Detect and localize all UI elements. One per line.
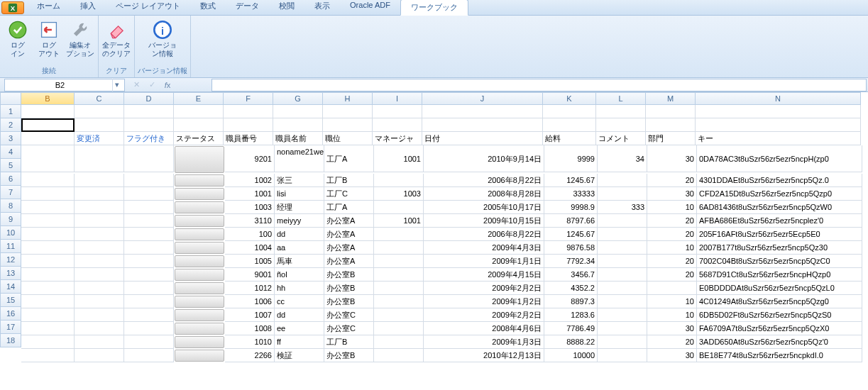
cell[interactable] bbox=[21, 282, 75, 295]
table-header-cell[interactable]: 部門 bbox=[646, 132, 696, 145]
cell[interactable] bbox=[175, 215, 224, 227]
cell[interactable]: 1002 bbox=[225, 174, 275, 187]
cell[interactable]: ff bbox=[275, 335, 324, 349]
cell[interactable] bbox=[696, 105, 861, 118]
enter-formula-icon[interactable]: ✓ bbox=[146, 79, 158, 91]
cell[interactable] bbox=[175, 201, 224, 213]
cell[interactable]: 办公室B bbox=[324, 349, 374, 362]
cell[interactable]: 10000 bbox=[544, 349, 598, 362]
cell[interactable] bbox=[374, 228, 424, 241]
row-header[interactable]: 8 bbox=[0, 199, 21, 213]
cell[interactable]: aa bbox=[275, 241, 324, 255]
cell[interactable]: 30 bbox=[647, 187, 697, 201]
cell[interactable] bbox=[124, 255, 174, 268]
cell[interactable]: 1008 bbox=[225, 322, 275, 335]
login-button[interactable]: ログイン bbox=[3, 17, 33, 65]
cell[interactable]: 1001 bbox=[225, 187, 275, 201]
cell[interactable] bbox=[124, 308, 174, 322]
cell[interactable]: 办公室B bbox=[324, 295, 374, 308]
cell[interactable]: 1001 bbox=[374, 145, 424, 172]
cell[interactable]: ee bbox=[275, 322, 324, 335]
table-header-cell[interactable]: コメント bbox=[596, 132, 646, 145]
cell[interactable] bbox=[21, 105, 75, 118]
cell[interactable]: 1005 bbox=[225, 255, 275, 268]
ribbon-tab-2[interactable]: ページ レイアウト bbox=[106, 0, 190, 15]
cell[interactable]: 20 bbox=[647, 214, 697, 228]
cell[interactable]: dd bbox=[275, 308, 324, 322]
cell[interactable] bbox=[224, 105, 273, 118]
cell[interactable] bbox=[124, 105, 174, 118]
cell[interactable] bbox=[21, 201, 75, 214]
row-header[interactable]: 1 bbox=[0, 105, 21, 118]
cell[interactable] bbox=[21, 174, 75, 187]
cell[interactable]: 7786.49 bbox=[544, 322, 598, 335]
cell[interactable] bbox=[75, 201, 124, 214]
cell[interactable]: 30 bbox=[647, 145, 697, 172]
cell[interactable]: 馬車 bbox=[275, 255, 324, 268]
cell[interactable]: 検証 bbox=[275, 349, 324, 362]
cell[interactable] bbox=[124, 228, 174, 241]
cell[interactable] bbox=[543, 118, 596, 132]
cell[interactable]: 2008年8月28日 bbox=[424, 187, 544, 201]
formula-input[interactable] bbox=[211, 79, 867, 91]
cell[interactable]: hh bbox=[275, 282, 324, 295]
cell[interactable]: 20 bbox=[647, 255, 697, 268]
col-header[interactable]: I bbox=[373, 92, 422, 105]
cell[interactable]: BE18E774t8uSzr56zr5ezr5ncpkdI.0 bbox=[697, 349, 862, 362]
cell[interactable] bbox=[75, 349, 124, 362]
cell[interactable] bbox=[124, 322, 174, 335]
cell[interactable] bbox=[174, 105, 224, 118]
cell[interactable]: 2009年1月2日 bbox=[424, 295, 544, 308]
table-header-cell[interactable] bbox=[21, 132, 75, 145]
cell[interactable] bbox=[323, 105, 373, 118]
row-header[interactable]: 6 bbox=[0, 172, 21, 186]
app-button[interactable]: X bbox=[1, 1, 24, 14]
cell[interactable] bbox=[422, 118, 543, 132]
cell[interactable] bbox=[175, 188, 224, 200]
cell[interactable]: ñol bbox=[275, 268, 324, 282]
cell[interactable] bbox=[75, 174, 124, 187]
fx-icon[interactable]: fx bbox=[162, 79, 173, 91]
table-header-cell[interactable]: 職位 bbox=[323, 132, 373, 145]
cell[interactable]: 1283.6 bbox=[544, 308, 598, 322]
ribbon-tab-5[interactable]: 校閲 bbox=[269, 0, 304, 15]
table-header-cell[interactable]: 日付 bbox=[422, 132, 543, 145]
cell[interactable]: 1001 bbox=[374, 214, 424, 228]
row-header[interactable]: 11 bbox=[0, 240, 21, 253]
ribbon-tab-6[interactable]: 表示 bbox=[304, 0, 340, 15]
table-header-cell[interactable]: 変更済 bbox=[75, 132, 124, 145]
cell[interactable] bbox=[21, 241, 75, 255]
cell[interactable]: 张三 bbox=[275, 174, 324, 187]
cell[interactable] bbox=[75, 214, 124, 228]
spreadsheet-grid[interactable]: 123456789101112131415161718 BCDEFGHIJKLM… bbox=[0, 92, 868, 390]
row-header[interactable]: 13 bbox=[0, 267, 21, 280]
cancel-formula-icon[interactable]: ✕ bbox=[131, 79, 142, 91]
col-header[interactable]: B bbox=[21, 92, 75, 105]
cell[interactable] bbox=[21, 335, 75, 349]
cell[interactable] bbox=[124, 241, 174, 255]
cell[interactable]: dd bbox=[275, 228, 324, 241]
cell[interactable]: 1010 bbox=[225, 335, 275, 349]
cell[interactable] bbox=[75, 308, 124, 322]
cell[interactable]: 2009年4月15日 bbox=[424, 268, 544, 282]
cell[interactable]: 1245.67 bbox=[544, 228, 598, 241]
cell[interactable]: 10 bbox=[647, 201, 697, 214]
cell[interactable] bbox=[175, 350, 224, 362]
cell[interactable]: 2006年8月22日 bbox=[424, 174, 544, 187]
cell[interactable]: 2009年4月3日 bbox=[424, 241, 544, 255]
cell[interactable]: 1006 bbox=[225, 295, 275, 308]
cell[interactable] bbox=[598, 214, 647, 228]
cell[interactable] bbox=[75, 187, 124, 201]
col-header[interactable]: M bbox=[646, 92, 696, 105]
col-header[interactable]: D bbox=[124, 92, 174, 105]
cell[interactable] bbox=[21, 228, 75, 241]
cell[interactable] bbox=[124, 118, 174, 132]
cell[interactable]: 2266 bbox=[225, 349, 275, 362]
cell[interactable] bbox=[598, 174, 647, 187]
cell[interactable]: 1245.67 bbox=[544, 174, 598, 187]
cell[interactable]: noname21werqqq bbox=[275, 145, 324, 172]
cell[interactable] bbox=[175, 336, 224, 348]
cell[interactable]: 10 bbox=[647, 308, 697, 322]
cell[interactable] bbox=[75, 255, 124, 268]
selected-cell[interactable] bbox=[21, 118, 75, 132]
